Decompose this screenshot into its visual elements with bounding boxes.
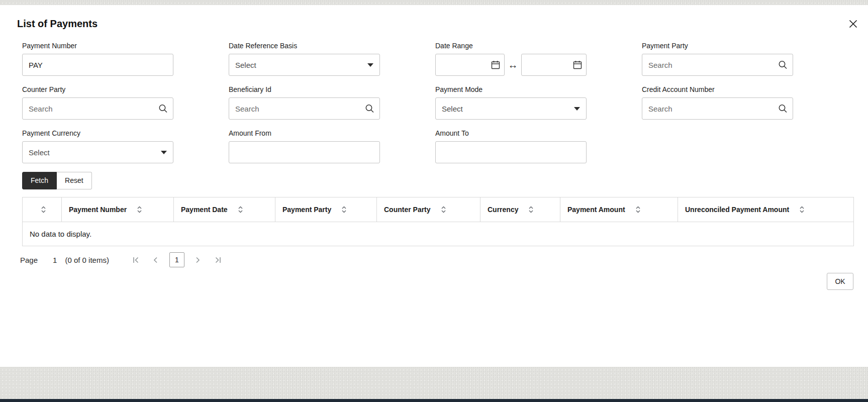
beneficiary-id-field: Beneficiary Id bbox=[229, 85, 380, 120]
sort-icon[interactable] bbox=[635, 206, 641, 213]
page-title: List of Payments bbox=[17, 17, 868, 30]
payment-party-field: Payment Party bbox=[642, 41, 793, 76]
payment-currency-label: Payment Currency bbox=[22, 129, 173, 138]
payment-mode-value: Select bbox=[442, 105, 463, 113]
column-label: Unreconciled Payment Amount bbox=[685, 206, 789, 214]
previous-page-button[interactable] bbox=[150, 254, 162, 266]
amount-to-input[interactable] bbox=[435, 141, 587, 163]
payment-currency-value: Select bbox=[29, 148, 50, 157]
sort-icon[interactable] bbox=[41, 206, 46, 213]
amount-from-field: Amount From bbox=[229, 129, 380, 163]
column-header-unreconciled-payment-amount[interactable]: Unreconciled Payment Amount bbox=[678, 197, 854, 222]
search-icon[interactable] bbox=[365, 104, 374, 114]
page-label: Page bbox=[20, 256, 38, 264]
credit-account-number-input[interactable] bbox=[642, 97, 793, 120]
dialog-header: List of Payments bbox=[0, 17, 868, 30]
credit-account-number-label: Credit Account Number bbox=[642, 85, 793, 94]
search-icon[interactable] bbox=[778, 60, 788, 70]
column-header-payment-number[interactable]: Payment Number bbox=[62, 197, 174, 222]
table-header-row: Payment Number Payment Date Payment Part… bbox=[23, 197, 854, 222]
payment-currency-field: Payment Currency Select bbox=[22, 129, 173, 163]
calendar-icon[interactable] bbox=[491, 60, 501, 70]
caret-down-icon bbox=[161, 151, 167, 154]
column-label: Payment Amount bbox=[567, 206, 625, 214]
column-header-select[interactable] bbox=[23, 197, 62, 222]
taskbar-edge bbox=[0, 399, 868, 402]
desktop-texture-bottom bbox=[0, 367, 868, 399]
column-label: Payment Party bbox=[282, 206, 331, 214]
column-label: Payment Date bbox=[181, 206, 228, 214]
previous-page-icon bbox=[153, 256, 158, 264]
filter-form: Payment Number Date Reference Basis Sele… bbox=[22, 41, 868, 163]
beneficiary-id-input[interactable] bbox=[229, 97, 380, 120]
pagination-controls: 1 bbox=[130, 252, 224, 267]
column-header-payment-amount[interactable]: Payment Amount bbox=[560, 197, 678, 222]
sort-icon[interactable] bbox=[341, 206, 347, 213]
payment-currency-select[interactable]: Select bbox=[22, 141, 173, 163]
page-number-value: 1 bbox=[53, 256, 57, 264]
payment-number-input[interactable] bbox=[22, 54, 173, 76]
next-page-button[interactable] bbox=[192, 254, 204, 266]
search-icon[interactable] bbox=[778, 104, 788, 114]
payment-mode-label: Payment Mode bbox=[435, 85, 587, 94]
counter-party-label: Counter Party bbox=[22, 85, 173, 94]
counter-party-input[interactable] bbox=[22, 97, 173, 120]
caret-down-icon bbox=[367, 63, 373, 67]
counter-party-field: Counter Party bbox=[22, 85, 173, 120]
empty-state-message: No data to display. bbox=[23, 222, 854, 246]
last-page-icon bbox=[214, 256, 222, 264]
sort-icon[interactable] bbox=[137, 206, 142, 213]
sort-icon[interactable] bbox=[441, 206, 446, 213]
amount-to-label: Amount To bbox=[435, 129, 587, 138]
amount-to-field: Amount To bbox=[435, 129, 587, 163]
column-label: Payment Number bbox=[69, 206, 127, 214]
payment-mode-select[interactable]: Select bbox=[435, 97, 587, 120]
date-range-field: Date Range ↔ bbox=[435, 41, 587, 76]
items-summary: (0 of 0 items) bbox=[65, 256, 109, 264]
column-header-counter-party[interactable]: Counter Party bbox=[377, 197, 480, 222]
pagination: Page 1 (0 of 0 items) 1 bbox=[20, 251, 868, 268]
date-reference-basis-select[interactable]: Select bbox=[229, 54, 380, 76]
page-number-button[interactable]: 1 bbox=[169, 252, 184, 267]
amount-from-input[interactable] bbox=[229, 141, 380, 163]
amount-from-label: Amount From bbox=[229, 129, 380, 138]
payment-number-field: Payment Number bbox=[22, 41, 173, 76]
reset-button[interactable]: Reset bbox=[57, 172, 92, 189]
sort-icon[interactable] bbox=[238, 206, 243, 213]
sort-icon[interactable] bbox=[528, 206, 534, 213]
desktop-background: List of Payments Payment Number Date Ref… bbox=[0, 0, 868, 402]
date-reference-basis-value: Select bbox=[235, 61, 256, 69]
date-to-wrap bbox=[521, 54, 587, 76]
date-reference-basis-field: Date Reference Basis Select bbox=[229, 41, 380, 76]
left-right-arrow-icon: ↔ bbox=[505, 60, 521, 70]
date-from-wrap bbox=[435, 54, 505, 76]
calendar-icon[interactable] bbox=[572, 60, 583, 70]
first-page-icon bbox=[132, 256, 140, 264]
credit-account-number-field: Credit Account Number bbox=[642, 85, 793, 120]
close-button[interactable] bbox=[845, 16, 861, 32]
column-header-payment-party[interactable]: Payment Party bbox=[275, 197, 377, 222]
sort-icon[interactable] bbox=[799, 206, 805, 213]
payment-party-input[interactable] bbox=[642, 54, 793, 76]
list-of-payments-dialog: List of Payments Payment Number Date Ref… bbox=[0, 5, 868, 367]
last-page-button[interactable] bbox=[212, 254, 224, 266]
desktop-texture-top bbox=[0, 0, 868, 5]
beneficiary-id-label: Beneficiary Id bbox=[229, 85, 380, 94]
ok-button[interactable]: OK bbox=[827, 273, 853, 290]
fetch-button[interactable]: Fetch bbox=[22, 172, 57, 189]
filter-actions: Fetch Reset bbox=[22, 172, 868, 189]
column-header-currency[interactable]: Currency bbox=[480, 197, 560, 222]
column-header-payment-date[interactable]: Payment Date bbox=[174, 197, 275, 222]
date-reference-basis-label: Date Reference Basis bbox=[229, 41, 380, 50]
dialog-footer: OK bbox=[22, 273, 853, 290]
next-page-icon bbox=[195, 256, 201, 264]
close-icon bbox=[848, 23, 858, 30]
payment-mode-field: Payment Mode Select bbox=[435, 85, 587, 120]
date-range-label: Date Range bbox=[435, 41, 587, 50]
payment-number-label: Payment Number bbox=[22, 41, 173, 50]
search-icon[interactable] bbox=[158, 104, 168, 114]
column-label: Currency bbox=[488, 206, 518, 214]
payments-table: Payment Number Payment Date Payment Part… bbox=[22, 197, 854, 246]
first-page-button[interactable] bbox=[130, 254, 142, 266]
caret-down-icon bbox=[574, 107, 580, 111]
